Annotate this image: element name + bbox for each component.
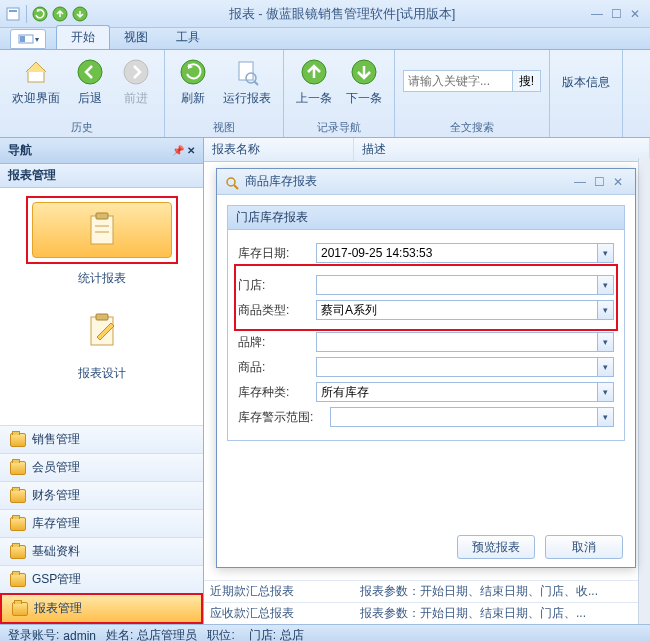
inventory-report-dialog: 商品库存报表 — ☐ ✕ 门店库存报表 库存日期:▾ 门店:▾ 商品类型:▾ 品… — [216, 168, 636, 568]
col-report-name[interactable]: 报表名称 — [204, 138, 354, 161]
arrow-up-icon — [298, 56, 330, 88]
window-title: 报表 - 傲蓝眼镜销售管理软件[试用版本] — [93, 5, 591, 23]
status-role-label: 职位: — [207, 627, 234, 642]
stock-kind-label: 库存种类: — [238, 384, 316, 401]
welcome-button[interactable]: 欢迎界面 — [8, 54, 64, 109]
product-type-label: 商品类型: — [238, 302, 316, 319]
product-input[interactable] — [316, 357, 598, 377]
nav-item-gsp[interactable]: GSP管理 — [0, 565, 203, 593]
product-type-input[interactable] — [316, 300, 598, 320]
ribbon-group-nav: 上一条 下一条 记录导航 — [284, 50, 395, 137]
clipboard-edit-icon — [87, 313, 117, 349]
chevron-down-icon[interactable]: ▾ — [598, 332, 614, 352]
tab-tools[interactable]: 工具 — [162, 26, 214, 49]
nav-tile-design[interactable]: 报表设计 — [0, 295, 203, 390]
qat-next-icon[interactable] — [71, 5, 89, 23]
run-report-button[interactable]: 运行报表 — [219, 54, 275, 109]
nav-panel-header: 导航 📌 ✕ — [0, 138, 203, 164]
ribbon-group-search: 搜! 全文搜索 — [395, 50, 550, 137]
brand-label: 品牌: — [238, 334, 316, 351]
svg-line-23 — [234, 185, 238, 189]
refresh-button[interactable]: 刷新 — [173, 54, 213, 109]
folder-icon — [10, 545, 26, 559]
folder-icon — [10, 461, 26, 475]
svg-line-13 — [254, 81, 258, 85]
svg-rect-21 — [96, 314, 108, 320]
nav-section-header: 报表管理 — [0, 164, 203, 188]
tab-view[interactable]: 视图 — [110, 26, 162, 49]
minimize-icon[interactable]: — — [591, 7, 603, 21]
arrow-down-icon — [348, 56, 380, 88]
search-button[interactable]: 搜! — [513, 70, 541, 92]
date-label: 库存日期: — [238, 245, 316, 262]
qat-prev-icon[interactable] — [51, 5, 69, 23]
store-input[interactable] — [316, 275, 598, 295]
window-controls: — ☐ ✕ — [591, 7, 650, 21]
date-input[interactable] — [316, 243, 598, 263]
warn-range-input[interactable] — [330, 407, 598, 427]
folder-icon — [10, 489, 26, 503]
nav-panel: 导航 📌 ✕ 报表管理 统计报表 报表设计 销售管理 会员管理 财务管理 库存管… — [0, 138, 204, 624]
dialog-close-icon[interactable]: ✕ — [609, 175, 627, 189]
nav-item-member[interactable]: 会员管理 — [0, 453, 203, 481]
back-button[interactable]: 后退 — [70, 54, 110, 109]
vertical-scrollbar[interactable] — [638, 158, 650, 624]
warn-range-label: 库存警示范围: — [238, 409, 330, 426]
brand-input[interactable] — [316, 332, 598, 352]
nav-item-inventory[interactable]: 库存管理 — [0, 509, 203, 537]
qat-refresh-icon[interactable] — [31, 5, 49, 23]
tab-start[interactable]: 开始 — [56, 25, 110, 49]
nav-item-finance[interactable]: 财务管理 — [0, 481, 203, 509]
folder-icon — [12, 602, 28, 616]
dialog-maximize-icon[interactable]: ☐ — [590, 175, 609, 189]
status-store: 总店 — [280, 627, 304, 642]
svg-rect-17 — [96, 213, 108, 219]
cancel-button[interactable]: 取消 — [545, 535, 623, 559]
svg-rect-6 — [20, 36, 25, 42]
svg-point-22 — [227, 178, 235, 186]
chevron-down-icon[interactable]: ▾ — [598, 300, 614, 320]
chevron-down-icon[interactable]: ▾ — [598, 382, 614, 402]
chevron-down-icon[interactable]: ▾ — [598, 407, 614, 427]
nav-item-basedata[interactable]: 基础资料 — [0, 537, 203, 565]
table-row[interactable]: 应收款汇总报表报表参数：开始日期、结束日期、门店、... — [204, 602, 638, 624]
nav-item-reports[interactable]: 报表管理 — [0, 593, 203, 624]
nav-body: 统计报表 报表设计 — [0, 188, 203, 425]
svg-rect-16 — [91, 216, 113, 244]
nav-tile-stat[interactable]: 统计报表 — [0, 188, 203, 295]
chevron-down-icon[interactable]: ▾ — [598, 275, 614, 295]
pin-icon[interactable]: 📌 ✕ — [172, 145, 195, 156]
ribbon-tabstrip: ▾ 开始 视图 工具 — [0, 28, 650, 50]
chevron-down-icon[interactable]: ▾ — [598, 357, 614, 377]
clipboard-icon — [87, 212, 117, 248]
dialog-titlebar[interactable]: 商品库存报表 — ☐ ✕ — [217, 169, 635, 195]
svg-point-9 — [124, 60, 148, 84]
dialog-minimize-icon[interactable]: — — [570, 175, 590, 189]
folder-icon — [10, 433, 26, 447]
chevron-down-icon[interactable]: ▾ — [598, 243, 614, 263]
close-icon[interactable]: ✕ — [630, 7, 640, 21]
status-account-label: 登录账号: — [8, 627, 59, 642]
maximize-icon[interactable]: ☐ — [611, 7, 622, 21]
preview-report-button[interactable]: 预览报表 — [457, 535, 535, 559]
home-icon — [20, 56, 52, 88]
next-record-button[interactable]: 下一条 — [342, 54, 386, 109]
product-label: 商品: — [238, 359, 316, 376]
version-info-button[interactable]: 版本信息 — [558, 72, 614, 93]
quick-access-toolbar — [0, 5, 93, 23]
svg-point-8 — [78, 60, 102, 84]
report-run-icon — [231, 56, 263, 88]
status-name: 总店管理员 — [137, 627, 197, 642]
app-menu-button[interactable]: ▾ — [10, 29, 46, 49]
folder-icon — [10, 573, 26, 587]
prev-record-button[interactable]: 上一条 — [292, 54, 336, 109]
forward-button[interactable]: 前进 — [116, 54, 156, 109]
search-input[interactable] — [403, 70, 513, 92]
stock-kind-input[interactable] — [316, 382, 598, 402]
nav-item-sales[interactable]: 销售管理 — [0, 425, 203, 453]
table-row[interactable]: 近期款汇总报表报表参数：开始日期、结束日期、门店、收... — [204, 580, 638, 602]
col-description[interactable]: 描述 — [354, 138, 650, 161]
store-label: 门店: — [238, 277, 316, 294]
status-name-label: 姓名: — [106, 627, 133, 642]
dialog-title: 商品库存报表 — [245, 173, 317, 190]
